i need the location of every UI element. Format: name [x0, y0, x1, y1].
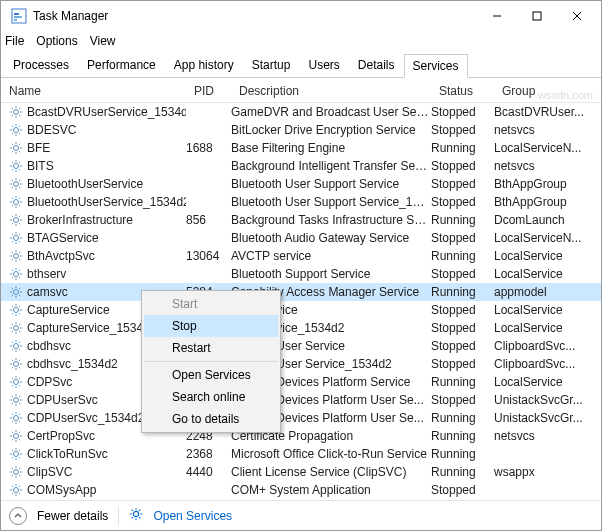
svg-point-170: [14, 434, 19, 439]
service-group: LocalServiceN...: [494, 141, 601, 155]
minimize-button[interactable]: [477, 2, 517, 30]
svg-rect-5: [533, 12, 541, 20]
svg-point-143: [14, 380, 19, 385]
table-row[interactable]: ClipSVC4440Client License Service (ClipS…: [1, 463, 601, 481]
svg-line-86: [19, 259, 20, 260]
menu-view[interactable]: View: [90, 34, 116, 48]
tab-startup[interactable]: Startup: [243, 53, 300, 77]
service-icon: [9, 267, 23, 281]
fewer-details-button[interactable]: Fewer details: [37, 509, 108, 523]
service-name: CDPSvc: [27, 375, 72, 389]
svg-line-87: [12, 259, 13, 260]
tab-services[interactable]: Services: [404, 54, 468, 78]
table-row[interactable]: BcastDVRUserService_1534d2GameDVR and Br…: [1, 103, 601, 121]
tab-apphistory[interactable]: App history: [165, 53, 243, 77]
service-name: COMSysApp: [27, 483, 96, 497]
table-row[interactable]: cbdhsvc_1534d2xxxxxxx User Service_1534d…: [1, 355, 601, 373]
ctx-search-online[interactable]: Search online: [144, 386, 278, 408]
close-button[interactable]: [557, 2, 597, 30]
open-services-link[interactable]: Open Services: [153, 509, 232, 523]
status-bar: Fewer details Open Services: [1, 500, 601, 530]
gear-icon[interactable]: [129, 507, 143, 524]
service-status: Running: [431, 429, 494, 443]
service-description: Background Tasks Infrastructure Serv...: [231, 213, 431, 227]
service-name: BthAvctpSvc: [27, 249, 95, 263]
col-name[interactable]: Name: [9, 84, 194, 98]
ctx-open-services[interactable]: Open Services: [144, 364, 278, 386]
table-row[interactable]: camsvc5384Capability Access Manager Serv…: [1, 283, 601, 301]
table-row[interactable]: BFE1688Base Filtering EngineRunningLocal…: [1, 139, 601, 157]
table-row[interactable]: COMSysAppCOM+ System ApplicationStopped: [1, 481, 601, 499]
service-status: Stopped: [431, 357, 494, 371]
titlebar: Task Manager: [1, 1, 601, 31]
table-row[interactable]: CaptureService_1534xxxxxxx vice_1534d2St…: [1, 319, 601, 337]
svg-line-13: [12, 108, 13, 109]
table-row[interactable]: BTAGServiceBluetooth Audio Gateway Servi…: [1, 229, 601, 247]
watermark: wsxdn.com: [538, 89, 593, 101]
svg-line-150: [12, 385, 13, 386]
col-description[interactable]: Description: [239, 84, 439, 98]
svg-point-152: [14, 398, 19, 403]
table-row[interactable]: cbdhsvcxxxxxxx User ServiceStoppedClipbo…: [1, 337, 601, 355]
services-list: BcastDVRUserService_1534d2GameDVR and Br…: [1, 103, 601, 500]
service-status: Running: [431, 411, 494, 425]
svg-line-50: [19, 187, 20, 188]
tab-details[interactable]: Details: [349, 53, 404, 77]
table-row[interactable]: CaptureServicexxxxxxx viceStoppedLocalSe…: [1, 301, 601, 319]
maximize-button[interactable]: [517, 2, 557, 30]
menu-file[interactable]: File: [5, 34, 24, 48]
table-row[interactable]: bthservBluetooth Support ServiceStoppedL…: [1, 265, 601, 283]
svg-line-15: [12, 115, 13, 116]
window-title: Task Manager: [33, 9, 477, 23]
svg-point-161: [14, 416, 19, 421]
svg-line-31: [12, 144, 13, 145]
menu-options[interactable]: Options: [36, 34, 77, 48]
chevron-up-icon[interactable]: [9, 507, 27, 525]
svg-line-14: [19, 115, 20, 116]
svg-line-112: [12, 306, 13, 307]
table-row[interactable]: BrokerInfrastructure856Background Tasks …: [1, 211, 601, 229]
ctx-go-to-details[interactable]: Go to details: [144, 408, 278, 430]
service-pid: 856: [186, 213, 231, 227]
svg-line-115: [19, 306, 20, 307]
service-name: BluetoothUserService_1534d2: [27, 195, 186, 209]
ctx-stop[interactable]: Stop: [144, 315, 278, 337]
ctx-start[interactable]: Start: [144, 293, 278, 315]
table-row[interactable]: CDPUserSvcxxxxxxx Devices Platform User …: [1, 391, 601, 409]
table-row[interactable]: BluetoothUserServiceBluetooth User Suppo…: [1, 175, 601, 193]
svg-point-8: [14, 110, 19, 115]
service-status: Stopped: [431, 105, 494, 119]
svg-line-59: [19, 205, 20, 206]
service-pid: 1688: [186, 141, 231, 155]
table-row[interactable]: ClickToRunSvc2368Microsoft Office Click-…: [1, 445, 601, 463]
ctx-restart[interactable]: Restart: [144, 337, 278, 359]
service-group: LocalService: [494, 375, 601, 389]
svg-point-17: [14, 128, 19, 133]
table-row[interactable]: CDPSvcxxxxxxx Devices Platform ServiceRu…: [1, 373, 601, 391]
table-row[interactable]: BITSBackground Intelligent Transfer Serv…: [1, 157, 601, 175]
table-row[interactable]: CDPUserSvc_1534d2xxxxxxx Devices Platfor…: [1, 409, 601, 427]
tab-users[interactable]: Users: [299, 53, 348, 77]
svg-line-58: [12, 198, 13, 199]
table-row[interactable]: BDESVCBitLocker Drive Encryption Service…: [1, 121, 601, 139]
table-row[interactable]: BthAvctpSvc13064AVCTP serviceRunningLoca…: [1, 247, 601, 265]
tab-performance[interactable]: Performance: [78, 53, 165, 77]
svg-line-70: [19, 216, 20, 217]
tab-processes[interactable]: Processes: [4, 53, 78, 77]
col-pid[interactable]: PID: [194, 84, 239, 98]
svg-point-98: [14, 290, 19, 295]
service-group: netsvcs: [494, 123, 601, 137]
col-status[interactable]: Status: [439, 84, 502, 98]
service-description: Bluetooth Audio Gateway Service: [231, 231, 431, 245]
service-description: Base Filtering Engine: [231, 141, 431, 155]
svg-point-35: [14, 164, 19, 169]
table-row[interactable]: CertPropSvc2248Certificate PropagationRu…: [1, 427, 601, 445]
service-icon: [9, 177, 23, 191]
table-row[interactable]: BluetoothUserService_1534d2Bluetooth Use…: [1, 193, 601, 211]
svg-line-94: [12, 270, 13, 271]
svg-point-134: [14, 362, 19, 367]
svg-line-69: [12, 223, 13, 224]
service-status: Running: [431, 285, 494, 299]
svg-point-89: [14, 272, 19, 277]
service-name: CDPUserSvc: [27, 393, 98, 407]
